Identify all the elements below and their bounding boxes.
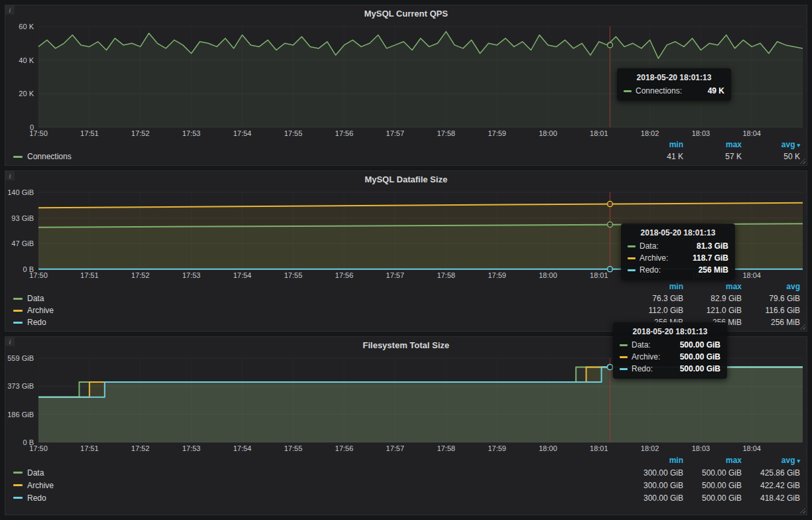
tooltip-series-label: Connections: — [636, 86, 682, 96]
legend-max-value: 57 K — [683, 152, 742, 161]
tooltip-series-value: 500.00 GiB — [669, 340, 720, 350]
series-label: Connections — [27, 152, 72, 161]
chevron-down-icon: ▾ — [797, 142, 800, 149]
svg-text:17:52: 17:52 — [131, 129, 150, 137]
series-label: Archive — [27, 306, 54, 315]
series-toggle-connections[interactable]: Connections — [13, 152, 625, 161]
series-toggle-archive[interactable]: Archive — [13, 481, 625, 490]
qps-legend: min max avg▾ Connections 41 K 57 K 50 K — [5, 139, 807, 165]
svg-text:17:58: 17:58 — [437, 271, 456, 279]
svg-text:17:51: 17:51 — [80, 271, 99, 279]
series-toggle-data[interactable]: Data — [13, 294, 625, 303]
series-color-swatch — [13, 310, 23, 312]
panel-title[interactable]: MySQL Datafile Size — [365, 174, 448, 184]
svg-text:18:01: 18:01 — [590, 129, 608, 137]
panel-header: MySQL Current QPS — [5, 5, 807, 21]
svg-text:17:59: 17:59 — [488, 129, 506, 137]
legend-min-value: 41 K — [625, 152, 683, 161]
svg-text:0 B: 0 B — [23, 265, 34, 273]
svg-text:0 B: 0 B — [23, 438, 34, 446]
legend-avg-value: 422.42 GiB — [742, 481, 800, 490]
tooltip-series-value: 500.00 GiB — [669, 352, 720, 361]
tooltip-series-label: Redo: — [632, 364, 653, 373]
svg-text:93 GiB: 93 GiB — [11, 214, 34, 222]
legend-avg-value: 50 K — [742, 152, 800, 161]
svg-text:18:01: 18:01 — [590, 271, 608, 279]
legend-sort-min[interactable]: min — [625, 282, 683, 291]
panel-title[interactable]: MySQL Current QPS — [364, 9, 448, 19]
tooltip-row: Redo: 256 MiB — [628, 265, 728, 275]
legend-sort-avg[interactable]: avg▾ — [742, 456, 800, 465]
series-color-swatch — [624, 90, 632, 92]
tooltip-timestamp: 2018-05-20 18:01:13 — [624, 73, 724, 82]
legend-max-value: 121.0 GiB — [683, 306, 742, 315]
tooltip-row: Archive: 118.7 GiB — [628, 253, 728, 263]
svg-text:17:58: 17:58 — [437, 444, 456, 452]
series-color-swatch — [620, 344, 628, 346]
svg-text:18:01: 18:01 — [590, 444, 608, 452]
tooltip-row: Connections: 49 K — [624, 86, 724, 96]
legend-min-value: 300.00 GiB — [625, 468, 683, 478]
svg-text:17:53: 17:53 — [182, 271, 201, 279]
series-color-swatch — [13, 484, 23, 486]
series-color-swatch — [628, 269, 636, 271]
series-color-swatch — [620, 356, 628, 358]
tooltip-series-label: Redo: — [640, 265, 661, 275]
legend-row-data: Data 76.3 GiB 82.9 GiB 79.6 GiB — [13, 292, 800, 304]
legend-avg-value: 425.86 GiB — [742, 468, 800, 478]
legend-row-data: Data 300.00 GiB 500.00 GiB 425.86 GiB — [13, 466, 800, 479]
chart-tooltip-datafile: 2018-05-20 18:01:13 Data: 81.3 GiB Archi… — [621, 224, 735, 280]
legend-sort-max[interactable]: max — [683, 456, 742, 465]
series-toggle-data[interactable]: Data — [13, 468, 625, 478]
panel-title[interactable]: Filesystem Total Size — [363, 340, 450, 350]
series-color-swatch — [13, 497, 23, 499]
svg-text:17:54: 17:54 — [233, 444, 251, 452]
legend-sort-avg[interactable]: avg▾ — [742, 140, 800, 149]
tooltip-row: Archive: 500.00 GiB — [620, 352, 720, 361]
series-toggle-redo[interactable]: Redo — [13, 493, 625, 503]
legend-min-value: 300.00 GiB — [625, 481, 683, 490]
filesystem-legend: min max avg▾ Data 300.00 GiB 500.00 GiB … — [5, 454, 807, 515]
legend-row-archive: Archive 112.0 GiB 121.0 GiB 116.6 GiB — [13, 304, 800, 316]
svg-text:17:59: 17:59 — [488, 271, 506, 279]
svg-text:0: 0 — [30, 123, 34, 131]
svg-text:186 GiB: 186 GiB — [7, 411, 34, 419]
series-color-swatch — [628, 245, 636, 247]
series-label: Data — [27, 294, 44, 303]
tooltip-row: Redo: 500.00 GiB — [620, 364, 720, 373]
series-color-swatch — [13, 156, 23, 158]
svg-text:17:57: 17:57 — [386, 129, 405, 137]
legend-sort-min[interactable]: min — [625, 140, 683, 149]
panel-info-icon[interactable]: i — [5, 337, 15, 346]
legend-sort-avg[interactable]: avg — [742, 282, 800, 291]
series-color-swatch — [13, 472, 23, 474]
tooltip-timestamp: 2018-05-20 18:01:13 — [628, 228, 728, 237]
series-toggle-redo[interactable]: Redo — [13, 318, 625, 327]
series-toggle-archive[interactable]: Archive — [13, 306, 625, 315]
svg-text:559 GiB: 559 GiB — [7, 354, 34, 362]
series-label: Redo — [27, 493, 46, 503]
svg-text:17:53: 17:53 — [182, 129, 201, 137]
svg-text:60 K: 60 K — [19, 23, 34, 31]
legend-min-value: 76.3 GiB — [625, 294, 683, 303]
series-label: Archive — [27, 481, 54, 490]
panel-info-icon[interactable]: i — [5, 5, 15, 15]
legend-avg-value: 79.6 GiB — [742, 294, 800, 303]
tooltip-timestamp: 2018-05-20 18:01:13 — [620, 327, 720, 336]
legend-avg-value: 116.6 GiB — [742, 306, 800, 315]
panel-header: MySQL Datafile Size — [5, 171, 807, 187]
svg-text:18:00: 18:00 — [539, 271, 557, 279]
svg-text:18:00: 18:00 — [539, 444, 557, 452]
legend-sort-min[interactable]: min — [625, 456, 683, 465]
panel-info-icon[interactable]: i — [5, 171, 15, 180]
legend-min-value: 300.00 GiB — [625, 493, 683, 503]
svg-text:40 K: 40 K — [19, 56, 34, 64]
legend-sort-max[interactable]: max — [683, 140, 742, 149]
svg-text:47 GiB: 47 GiB — [11, 239, 34, 247]
legend-header-row: min max avg▾ — [13, 139, 800, 151]
svg-text:18:02: 18:02 — [641, 129, 659, 137]
svg-text:17:55: 17:55 — [284, 129, 303, 137]
legend-sort-max[interactable]: max — [683, 282, 742, 291]
svg-text:17:51: 17:51 — [80, 129, 99, 137]
tooltip-series-label: Data: — [632, 340, 651, 350]
